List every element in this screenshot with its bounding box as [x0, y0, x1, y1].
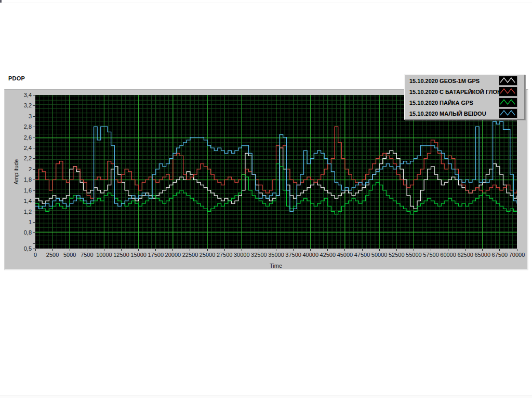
x-tick-mark — [396, 249, 397, 251]
x-tick-mark — [121, 249, 122, 251]
x-tick-mark — [87, 249, 87, 251]
y-tick-mark — [33, 243, 35, 244]
x-tick-mark — [242, 249, 242, 251]
x-tick-mark — [482, 249, 483, 251]
y-tick-label: 0,5 — [10, 245, 32, 252]
x-tick-mark — [259, 249, 259, 251]
slide-bottom-edge — [0, 395, 532, 398]
y-tick-label: 2,4 — [10, 145, 32, 151]
y-tick-mark — [33, 169, 35, 170]
y-tick-mark — [33, 158, 35, 159]
x-tick-mark — [465, 249, 466, 251]
y-tick-label: 1,4 — [10, 198, 32, 204]
y-tick-mark — [33, 138, 35, 138]
x-tick-mark — [293, 249, 294, 251]
y-tick-label: 2 — [10, 166, 32, 172]
x-tick-mark — [517, 249, 517, 251]
y-tick-mark — [33, 105, 35, 106]
legend-row: 15.10.2020 ПАЙКА GPS — [405, 97, 524, 108]
y-tick-label: 2,8 — [10, 123, 32, 130]
plot-legend: 15.10.2020 GEOS-1M GPS 15.10.2020 С БАТА… — [404, 74, 525, 120]
top-hairline — [0, 3, 532, 3]
y-tick-label: 0,8 — [10, 229, 32, 236]
y-tick-label: 3 — [10, 113, 32, 119]
y-tick-mark — [33, 232, 35, 233]
x-tick-mark — [104, 249, 104, 251]
y-tick-mark — [33, 249, 35, 249]
x-tick-mark — [52, 249, 53, 251]
y-tick-label: 3,4 — [10, 92, 32, 98]
x-tick-mark — [190, 249, 190, 251]
waveform-icon — [499, 87, 517, 97]
waveform-icon — [499, 108, 517, 118]
y-tick-mark — [33, 190, 35, 191]
x-tick-mark — [414, 249, 414, 251]
waveform-icon — [499, 98, 517, 107]
x-tick-mark — [172, 249, 173, 251]
x-tick-mark — [379, 249, 380, 251]
legend-label: 15.10.2020 С БАТАРЕЙКОЙ ГЛОНАСС — [409, 89, 499, 95]
y-tick-label: 2,6 — [10, 134, 32, 141]
legend-row: 15.10.2020 МАЛЫЙ BEIDOU — [405, 108, 524, 119]
x-axis-label: Time — [260, 263, 291, 269]
y-tick-label: 1 — [10, 219, 32, 225]
x-tick-mark — [499, 249, 500, 251]
legend-label: 15.10.2020 GEOS-1M GPS — [409, 78, 499, 84]
y-tick-mark — [33, 148, 35, 148]
x-tick-mark — [70, 249, 70, 251]
x-tick-mark — [207, 249, 208, 251]
legend-label: 15.10.2020 МАЛЫЙ BEIDOU — [409, 111, 499, 117]
y-tick-label: 1,2 — [10, 209, 32, 215]
y-tick-label: 3,2 — [10, 102, 32, 108]
legend-label: 15.10.2020 ПАЙКА GPS — [409, 100, 499, 106]
x-tick-mark — [35, 249, 36, 251]
y-tick-mark — [33, 95, 35, 95]
x-tick-mark — [224, 249, 225, 251]
y-tick-mark — [33, 127, 35, 127]
x-tick-label: 70000 — [505, 252, 529, 258]
x-tick-mark — [431, 249, 431, 251]
x-tick-mark — [276, 249, 276, 251]
slide-page: PDOP Amplitude 3,43,232,82,62,42,221,81,… — [0, 0, 532, 398]
y-tick-mark — [33, 201, 35, 201]
x-tick-mark — [310, 249, 311, 251]
x-tick-mark — [344, 249, 345, 251]
y-tick-mark — [33, 116, 35, 117]
y-tick-label: 1,8 — [10, 176, 32, 183]
legend-row: 15.10.2020 С БАТАРЕЙКОЙ ГЛОНАСС — [405, 86, 524, 97]
waveform-icon — [499, 76, 517, 86]
y-tick-mark — [33, 180, 35, 180]
y-tick-label: 2,2 — [10, 155, 32, 161]
x-tick-mark — [362, 249, 363, 251]
x-tick-mark — [155, 249, 156, 251]
x-tick-mark — [327, 249, 328, 251]
chart-title: PDOP — [8, 75, 25, 81]
x-tick-mark — [138, 249, 139, 251]
y-tick-label: 1,6 — [10, 187, 32, 194]
y-tick-mark — [33, 222, 35, 223]
legend-row: 15.10.2020 GEOS-1M GPS — [405, 75, 524, 86]
y-tick-mark — [33, 212, 35, 212]
x-tick-mark — [448, 249, 448, 251]
